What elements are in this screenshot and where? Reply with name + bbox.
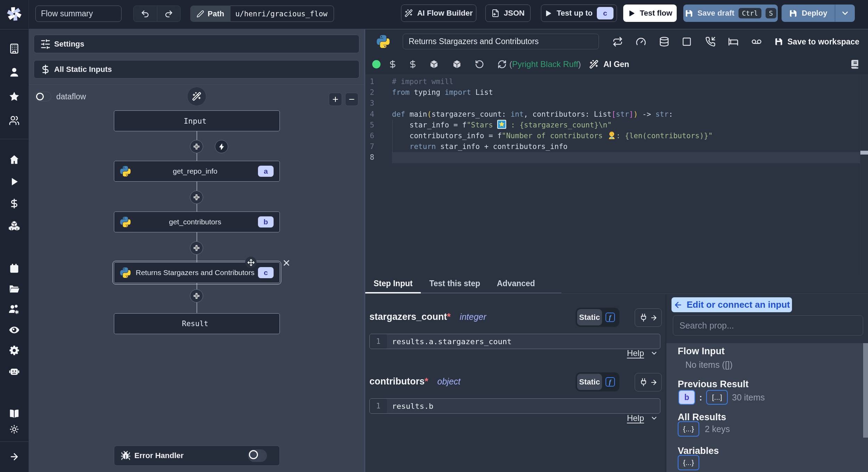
gauge-icon[interactable] <box>636 36 646 47</box>
connect-input-button[interactable] <box>635 373 662 391</box>
suspend-phone-icon[interactable] <box>705 36 716 47</box>
tab-test-this-step[interactable]: Test this step <box>421 274 489 292</box>
delete-node-button[interactable] <box>282 258 291 267</box>
early-stop-square-icon[interactable] <box>682 37 692 47</box>
flow-summary-button[interactable]: Flow summary <box>35 6 122 22</box>
javascript-fx-toggle[interactable]: f <box>602 374 618 390</box>
all-results-row[interactable]: {...} 2 keys <box>678 421 730 437</box>
variables-dollar-icon[interactable] <box>9 198 19 209</box>
flow-node-get-repo-info[interactable]: get_repo_info a <box>114 161 280 182</box>
step-id-badge: b <box>258 216 274 227</box>
windmill-logo-icon[interactable] <box>6 6 22 22</box>
package-box-icon[interactable] <box>452 59 462 69</box>
groups-admin-icon[interactable] <box>8 304 20 315</box>
zoom-in-button[interactable] <box>329 93 342 106</box>
result-key-badge[interactable]: b <box>678 390 695 405</box>
save-draft-button[interactable]: Save draftCtrlS <box>683 5 778 22</box>
collapse-arrow-right-icon[interactable] <box>9 452 19 462</box>
package-box-icon[interactable] <box>429 59 439 69</box>
mock-voicemail-icon[interactable] <box>751 36 762 47</box>
folders-icon[interactable] <box>9 283 20 295</box>
all-static-inputs-row[interactable]: All Static Inputs <box>34 60 359 78</box>
path-group: Path u/henri/gracious_flow <box>190 6 334 22</box>
connect-input-button[interactable] <box>635 308 662 327</box>
ai-flow-builder-button[interactable]: AI Flow Builder <box>401 5 476 22</box>
flow-input-header[interactable]: Flow Input <box>678 346 725 357</box>
library-book-icon[interactable] <box>850 59 860 69</box>
settings-gear-icon[interactable] <box>9 345 20 356</box>
error-handler-toggle[interactable] <box>248 449 267 462</box>
variables-row[interactable]: {...} <box>678 455 699 470</box>
lint-assistants-label[interactable]: (Pyright Black Ruff) <box>509 59 581 69</box>
reset-rotate-ccw-icon[interactable] <box>475 60 484 69</box>
chevron-down-icon[interactable] <box>650 349 658 357</box>
tab-advanced[interactable]: Advanced <box>489 274 543 292</box>
undo-button[interactable] <box>134 6 157 22</box>
deploy-dropdown-button[interactable] <box>835 5 855 22</box>
context-scrollbar[interactable] <box>863 343 868 438</box>
restart-repeat-icon[interactable] <box>612 36 623 47</box>
path-chip[interactable]: Path <box>190 6 231 22</box>
deploy-button[interactable]: Deploy <box>782 5 835 22</box>
python-icon <box>377 35 390 48</box>
help-link[interactable]: Help <box>627 348 644 358</box>
home-icon[interactable] <box>9 154 20 165</box>
format-refresh-icon[interactable] <box>498 60 507 69</box>
ai-bot-icon[interactable] <box>9 366 20 377</box>
chevron-down-icon[interactable] <box>650 414 658 422</box>
search-prop-input[interactable]: Search prop... <box>673 315 863 336</box>
add-step-button[interactable] <box>190 191 203 204</box>
previous-result-row[interactable]: b : [...] 30 items <box>678 390 765 405</box>
sleep-bed-icon[interactable] <box>728 36 738 47</box>
audit-eye-icon[interactable] <box>9 324 20 336</box>
schedules-calendar-icon[interactable] <box>9 263 20 274</box>
workspace-building-icon[interactable] <box>9 43 20 54</box>
step-title-input[interactable]: Returns Stargazers and Contributors <box>403 34 599 49</box>
resources-boxes-icon[interactable] <box>9 220 20 232</box>
theme-sun-icon[interactable] <box>10 425 19 434</box>
user-icon[interactable] <box>9 67 20 78</box>
save-to-workspace-button[interactable]: Save to workspace <box>774 30 859 54</box>
redo-button[interactable] <box>157 6 181 22</box>
json-button[interactable]: JSON <box>485 5 531 22</box>
ai-gen-button[interactable]: AI Gen <box>589 60 629 69</box>
help-link[interactable]: Help <box>627 413 644 423</box>
variable-dollar-icon[interactable] <box>388 60 397 69</box>
tab-step-input[interactable]: Step Input <box>365 274 421 292</box>
zoom-out-button[interactable] <box>345 93 358 106</box>
add-step-button[interactable] <box>190 289 203 303</box>
static-toggle-stargazers[interactable]: Staticf <box>576 308 619 327</box>
static-toggle-contributors[interactable]: Staticf <box>576 372 619 391</box>
flow-node-input[interactable]: Input <box>114 110 280 131</box>
move-node-handle[interactable] <box>245 257 257 268</box>
add-step-button[interactable] <box>190 241 203 255</box>
flow-node-result[interactable]: Result <box>114 313 280 334</box>
previous-result-header[interactable]: Previous Result <box>678 379 749 390</box>
users-icon[interactable] <box>9 115 20 126</box>
settings-row[interactable]: Settings <box>34 35 359 53</box>
undo-redo-group <box>133 6 181 22</box>
runs-play-icon[interactable] <box>9 176 19 187</box>
line-number: 5 <box>365 120 374 131</box>
dataflow-toggle[interactable] <box>35 92 51 101</box>
trigger-bolt-button[interactable] <box>215 140 228 153</box>
object-preview-chip[interactable]: {...} <box>678 421 699 437</box>
path-input[interactable]: u/henri/gracious_flow <box>231 6 334 22</box>
expr-editor-stargazers[interactable]: 1results.a.stargazers_count <box>369 334 660 349</box>
test-flow-button[interactable]: Test flow <box>623 5 677 22</box>
cache-database-icon[interactable] <box>659 36 669 47</box>
javascript-fx-toggle[interactable]: f <box>602 309 618 325</box>
resource-dollar-icon[interactable] <box>408 60 417 69</box>
edit-or-connect-button[interactable]: Edit or connect an input <box>671 297 792 312</box>
docs-book-icon[interactable] <box>9 408 20 420</box>
add-step-button[interactable] <box>190 140 203 153</box>
expr-editor-contributors[interactable]: 1results.b <box>369 398 660 414</box>
test-up-to-button[interactable]: Test up toc <box>541 5 617 22</box>
object-preview-chip[interactable]: {...} <box>678 455 699 470</box>
error-handler-row[interactable]: Error Handler <box>114 446 280 466</box>
ai-wand-button[interactable] <box>187 87 206 106</box>
flow-node-get-contributors[interactable]: get_contributors b <box>114 212 280 232</box>
array-preview-chip[interactable]: [...] <box>706 390 728 405</box>
star-icon[interactable] <box>9 91 20 102</box>
code-editor[interactable]: 12345678 # import wmillfrom typing impor… <box>365 75 868 274</box>
